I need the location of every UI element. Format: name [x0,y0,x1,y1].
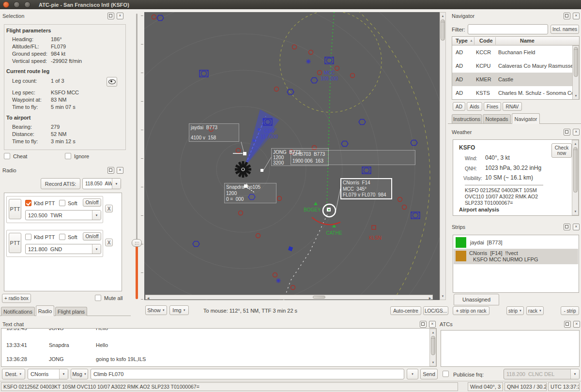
unidentified-contact-icon[interactable] [288,246,293,251]
radar-hscrollbar[interactable]: ◀ ▶ [145,295,433,300]
tab-notepads[interactable]: Notepads [483,114,511,123]
publicise-frq-checkbox[interactable] [443,371,449,377]
scroll-down-icon[interactable]: ▼ [441,294,445,299]
kbd-ptt-checkbox[interactable] [25,200,31,206]
msg-menu-button[interactable]: Msg ▼ [71,369,88,379]
ptt-button[interactable]: PTT [9,233,21,253]
scroll-handle[interactable] [573,147,578,193]
scroll-right-icon[interactable]: ▶ [428,296,432,300]
aircraft-tag-snapdra[interactable]: Snapdra bo105 1200 0 = 000 [224,183,276,203]
remove-strip-button[interactable]: - strip [561,306,579,315]
close-window-icon[interactable] [3,1,9,8]
send-button[interactable]: Send [420,369,438,379]
zoom-slider-handle[interactable] [132,239,142,247]
flight-strip-selected[interactable]: CNorris [F14] !!vect KSFO MCC NURMO LFPG [454,249,578,264]
history-menu-button[interactable]: ▼ [407,369,418,379]
maximize-window-icon[interactable] [24,1,31,8]
check-now-button[interactable]: Check now [551,143,572,158]
close-panel-icon[interactable]: × [573,224,580,230]
float-panel-icon[interactable] [564,13,570,19]
radar-vscrollbar[interactable]: ▲ ▼ [440,12,446,300]
table-row[interactable]: AD KCCR Buchanan Field [452,45,579,59]
chat-input[interactable]: Climb FL070 [91,369,404,379]
rack-menu-button[interactable]: rack ▼ [526,306,544,315]
rack-tab-unassigned[interactable]: Unassigned [454,294,499,305]
onoff-button[interactable]: On/off [83,232,101,241]
float-panel-icon[interactable] [107,13,114,19]
float-panel-icon[interactable] [107,167,114,174]
chat-vscrollbar[interactable]: ▲ ▼ [429,329,436,366]
kbd-ptt-checkbox[interactable] [25,234,31,240]
scroll-handle[interactable] [313,296,325,299]
cheat-checkbox[interactable] [4,153,10,159]
filter-rnav-button[interactable]: RNAV [503,102,522,111]
weather-vscrollbar[interactable]: ▲ ▼ [572,140,579,215]
table-header[interactable]: Type ▲ Code Name [452,37,579,45]
column-header-code[interactable]: Code [479,38,493,44]
record-atis-button[interactable]: Record ATIS: [41,178,80,189]
scroll-down-icon[interactable]: ▼ [431,360,435,365]
column-header-type[interactable]: Type [456,38,468,44]
scroll-up-icon[interactable]: ▲ [573,141,578,146]
soft-checkbox[interactable] [59,200,65,206]
scroll-handle[interactable] [441,19,445,41]
close-panel-icon[interactable]: × [573,129,580,136]
float-panel-icon[interactable] [564,321,571,328]
atis-frequency-select[interactable]: 118.050 AWOS 1 ▼ [82,178,121,189]
close-panel-icon[interactable]: × [573,13,580,19]
scroll-up-icon[interactable]: ▲ [431,330,435,335]
aircraft-blip[interactable] [243,152,246,155]
recipient-select[interactable]: CNorris ▼ [28,369,68,379]
show-route-button[interactable] [107,77,117,87]
close-panel-icon[interactable]: × [117,167,123,174]
remove-radio-button[interactable]: X [105,239,113,246]
tab-navigator[interactable]: Navigator [512,113,540,124]
float-panel-icon[interactable] [564,129,570,136]
strip-menu-button[interactable]: strip ▼ [506,306,524,315]
add-radio-box-button[interactable]: + radio box [2,294,31,303]
tab-instructions[interactable]: Instructions [452,114,482,123]
radar-scope[interactable]: MCC 109.200 CDR 117.000 KLSN CATHE BOGEY [144,12,440,300]
scroll-left-icon[interactable]: ◀ [146,296,150,300]
loc-gs-button[interactable]: LOC/GS... [423,306,448,315]
remove-radio-button[interactable]: X [105,205,113,212]
flight-strip[interactable]: jaydai [B773] [454,236,578,249]
add-strip-button[interactable]: + strip on rack [453,306,489,315]
scroll-down-icon[interactable]: ▼ [573,209,578,214]
table-row[interactable]: AD KSTS Charles M. Schulz - Sonoma Co [452,86,579,100]
scroll-up-icon[interactable]: ▲ [441,14,445,18]
table-row[interactable]: AD KCPU Calaveras Co Maury Rasmussen Fld [452,59,579,73]
table-vscrollbar[interactable]: ▼ [572,45,579,100]
ptt-button[interactable]: PTT [9,199,21,219]
incl-names-button[interactable]: Incl. names [550,25,579,34]
float-panel-icon[interactable] [420,321,427,328]
close-panel-icon[interactable]: × [117,13,123,19]
scroll-handle[interactable] [574,47,578,77]
atcs-list[interactable] [441,330,580,367]
filter-aids-button[interactable]: Aids [467,102,482,111]
soft-checkbox[interactable] [59,234,65,240]
tab-notifications[interactable]: Notifications [1,307,35,316]
filter-ad-button[interactable]: AD [453,102,465,111]
chat-message-list[interactable]: 13:31:45 JONG Hello 13:33:41 Snapdra Hel… [1,328,437,367]
frequency-select[interactable]: 121.800 GND ▼ [25,244,101,254]
column-header-name[interactable]: Name [520,38,535,44]
onoff-button[interactable]: On/off [83,198,101,207]
scroll-down-icon[interactable]: ▼ [574,93,578,98]
filter-fixes-button[interactable]: Fixes [484,102,501,111]
auto-centre-button[interactable]: Auto-centre [390,306,421,315]
mute-all-checkbox[interactable] [95,295,101,301]
tab-radio[interactable]: Radio [36,305,54,316]
aircraft-tag-jaydai[interactable]: jaydai B773 4100 v 158 [189,123,239,142]
aircraft-blip[interactable] [260,169,263,172]
aircraft-tag-cnorris-selected[interactable]: CNorris F14 MCC 345° FL079 v FL070 984 [340,178,392,199]
float-panel-icon[interactable] [564,224,570,230]
minimize-window-icon[interactable] [14,1,20,8]
close-panel-icon[interactable]: × [429,321,436,328]
scroll-handle[interactable] [431,336,435,355]
img-menu-button[interactable]: Img ▼ [169,305,189,315]
close-panel-icon[interactable]: × [573,321,580,328]
dest-menu-button[interactable]: Dest. ▼ [2,369,25,379]
show-menu-button[interactable]: Show ▼ [145,305,167,315]
table-row-selected[interactable]: AD KMER Castle [452,73,579,86]
